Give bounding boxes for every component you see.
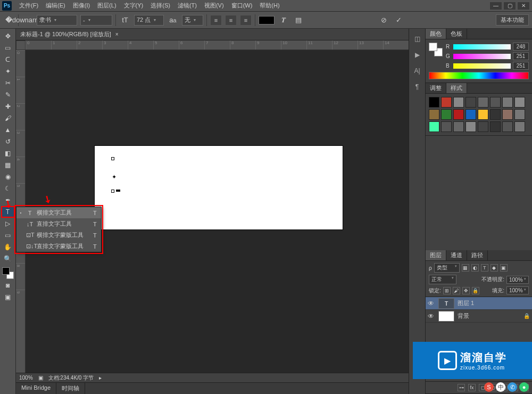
style-swatch[interactable] [466,97,476,108]
style-swatch[interactable] [490,109,501,120]
style-swatch[interactable] [502,121,513,132]
filter-smart-icon[interactable]: ▣ [500,264,508,272]
font-family-select[interactable]: 隶书 [37,15,77,26]
lock-all-icon[interactable]: 🔒 [472,287,479,294]
style-swatch[interactable] [502,97,513,108]
visibility-toggle-icon[interactable]: 👁 [428,300,435,307]
history-panel-icon[interactable]: ◫ [414,35,420,43]
clone-stamp-tool[interactable]: ▲ [2,125,14,135]
minimize-button[interactable]: — [489,2,502,10]
filter-type-icon[interactable]: T [481,264,488,272]
character-panel-icon[interactable]: A| [414,67,420,75]
commit-button[interactable]: ✓ [393,14,404,26]
b-value[interactable]: 251 [513,62,529,70]
flyout-vertical-type-tool[interactable]: ↓T直排文字工具T [16,218,101,229]
align-left-button[interactable]: ≡ [210,15,222,26]
ruler-horizontal[interactable]: 01234567891011121314 [26,40,409,50]
layer-style-icon[interactable]: fx [468,384,476,391]
b-slider[interactable] [453,63,511,69]
layer-name[interactable]: 背景 [458,312,469,320]
menu-layer[interactable]: 图层(L) [94,1,119,11]
style-swatch[interactable] [514,121,525,132]
lock-pixels-icon[interactable]: 🖌 [453,287,460,294]
dodge-tool[interactable]: ☾ [2,183,14,194]
actions-panel-icon[interactable]: ▶ [415,51,420,59]
lasso-tool[interactable]: ᑕ [2,54,14,65]
layer-row[interactable]: 👁 背景 🔒 [426,310,532,323]
tray-icon[interactable]: S [484,382,494,392]
tab-paths[interactable]: 路径 [467,250,488,260]
character-panel-button[interactable]: ▤ [293,14,304,26]
tab-channels[interactable]: 通道 [446,250,467,260]
style-swatch[interactable] [514,109,525,120]
tab-styles[interactable]: 样式 [446,83,467,93]
tab-color[interactable]: 颜色 [426,29,446,39]
style-swatch[interactable] [490,121,501,132]
layer-thumbnail[interactable]: T [438,298,454,309]
paragraph-panel-icon[interactable]: ¶ [415,83,419,91]
foreground-background-swatch[interactable] [2,267,14,279]
align-center-button[interactable]: ≡ [225,15,237,26]
filter-pixel-icon[interactable]: ▦ [462,264,469,272]
menu-image[interactable]: 图像(I) [70,1,93,11]
tray-icon[interactable]: ✆ [508,382,517,392]
layer-filter-select[interactable]: 类型 [434,263,460,273]
tab-layers[interactable]: 图层 [426,250,446,260]
style-swatch[interactable] [478,97,488,108]
orientation-toggle[interactable]: �downarrowT [22,14,34,26]
filter-shape-icon[interactable]: ◆ [491,264,498,272]
g-value[interactable]: 251 [513,52,529,60]
tray-icon[interactable]: 中 [496,382,505,392]
blend-mode-select[interactable]: 正常 [429,275,456,284]
menu-help[interactable]: 帮助(H) [256,1,282,11]
doc-info[interactable]: 文档:234.4K/0 字节 [48,374,94,382]
font-style-select[interactable]: - [80,15,112,26]
type-tool[interactable]: T [2,207,14,217]
link-layers-icon[interactable]: ⊶ [458,384,465,391]
layer-thumbnail[interactable] [438,311,454,322]
text-color-swatch[interactable] [259,16,275,24]
close-tab-icon[interactable]: × [115,31,119,37]
menu-filter[interactable]: 滤镜(T) [174,1,200,11]
menu-edit[interactable]: 编辑(E) [43,1,69,11]
menu-file[interactable]: 文件(F) [16,1,41,11]
healing-brush-tool[interactable]: ✚ [2,101,14,112]
style-swatch[interactable] [429,121,439,132]
panel-fgbg-swatch[interactable] [429,43,443,56]
style-swatch[interactable] [490,97,501,108]
style-swatch[interactable] [478,121,488,132]
doc-info-menu-icon[interactable]: ▸ [99,375,102,381]
align-right-button[interactable]: ≡ [240,15,252,26]
move-tool[interactable]: ✥ [2,31,14,42]
menu-select[interactable]: 选择(S) [147,1,173,11]
style-swatch[interactable] [441,121,452,132]
style-swatch[interactable] [478,109,488,120]
r-slider[interactable] [453,44,511,50]
style-swatch[interactable] [453,97,464,108]
style-swatch[interactable] [453,109,464,120]
magic-wand-tool[interactable]: ✦ [2,66,14,77]
fill-select[interactable]: 100% [506,286,529,294]
brush-tool[interactable]: 🖌 [2,113,14,124]
menu-view[interactable]: 视图(V) [201,1,227,11]
lock-position-icon[interactable]: ✥ [462,287,470,294]
visibility-toggle-icon[interactable]: 👁 [428,313,435,320]
layer-row[interactable]: 👁 T 图层 1 [426,297,532,310]
ruler-origin[interactable] [16,40,26,50]
menu-window[interactable]: 窗口(W) [228,1,256,11]
shape-tool[interactable]: ▭ [2,230,14,241]
tab-adjustments[interactable]: 调整 [426,83,446,93]
screen-mode-toggle[interactable]: ▣ [2,292,14,302]
flyout-vertical-type-mask-tool[interactable]: ⊡↓T直排文字蒙版工具T [16,241,101,252]
close-button[interactable]: ✕ [517,2,530,10]
aa-select[interactable]: 无 [182,15,203,26]
canvas[interactable]: ✦ [95,146,343,229]
menu-type[interactable]: 文字(Y) [121,1,147,11]
tray-icon[interactable]: ● [519,382,529,392]
lock-transparency-icon[interactable]: ⊞ [443,287,451,294]
path-selection-tool[interactable]: ▷ [2,218,14,229]
zoom-tool[interactable]: 🔍 [2,253,14,264]
marquee-tool[interactable]: ▭ [2,43,14,53]
warp-text-button[interactable]: 𝑻 [278,14,289,26]
layer-name[interactable]: 图层 1 [458,299,474,307]
